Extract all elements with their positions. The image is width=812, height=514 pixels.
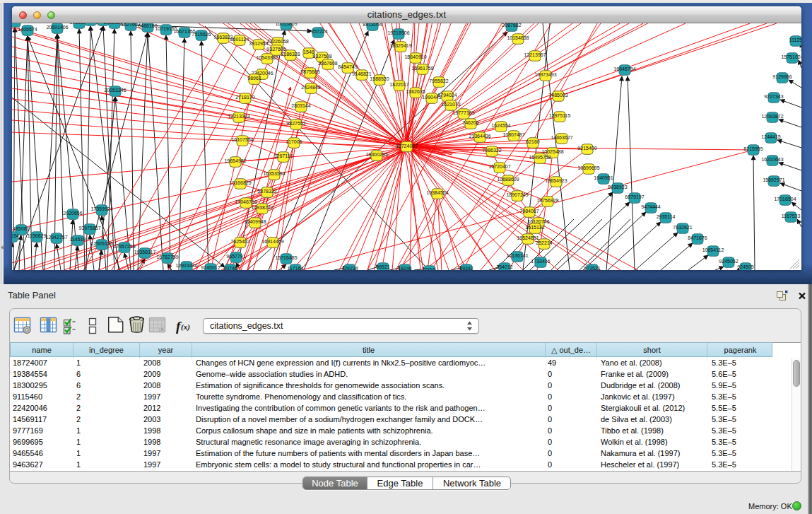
svg-text:1362635: 1362635 xyxy=(406,89,425,94)
svg-text:9245052: 9245052 xyxy=(719,259,738,264)
svg-text:16961758: 16961758 xyxy=(411,66,433,71)
svg-text:117164: 117164 xyxy=(288,266,304,270)
svg-text:79756928: 79756928 xyxy=(536,198,558,203)
svg-text:19218506: 19218506 xyxy=(387,30,409,35)
svg-text:18300295: 18300295 xyxy=(365,152,387,157)
svg-text:7515526: 7515526 xyxy=(192,32,211,37)
svg-text:18907249: 18907249 xyxy=(506,192,528,197)
svg-text:10807487: 10807487 xyxy=(502,132,524,137)
svg-text:7357224: 7357224 xyxy=(308,29,327,34)
svg-text:17359924: 17359924 xyxy=(90,206,112,211)
svg-text:114519: 114519 xyxy=(70,237,86,242)
svg-text:9327505: 9327505 xyxy=(266,47,286,52)
svg-text:9827552: 9827552 xyxy=(286,121,305,126)
svg-text:1640951: 1640951 xyxy=(594,175,613,180)
svg-text:10688609: 10688609 xyxy=(497,177,519,182)
svg-text:15692971: 15692971 xyxy=(763,177,784,182)
svg-text:12505135: 12505135 xyxy=(90,241,112,246)
svg-text:7632621: 7632621 xyxy=(673,225,692,230)
svg-text:15751024: 15751024 xyxy=(781,54,801,59)
svg-text:12093872: 12093872 xyxy=(761,114,783,119)
svg-text:2935114: 2935114 xyxy=(657,214,676,219)
svg-text:20746: 20746 xyxy=(223,266,237,270)
svg-text:1156829: 1156829 xyxy=(28,233,47,238)
svg-text:18325419: 18325419 xyxy=(389,43,411,48)
svg-text:1588520: 1588520 xyxy=(370,76,389,81)
svg-text:19166825: 19166825 xyxy=(229,180,251,185)
svg-text:93975857: 93975857 xyxy=(78,226,100,230)
svg-text:7216: 7216 xyxy=(424,267,435,270)
svg-text:185081: 185081 xyxy=(13,226,29,231)
svg-text:96521: 96521 xyxy=(376,264,390,269)
svg-text:15495758: 15495758 xyxy=(529,155,551,160)
svg-text:10154838: 10154838 xyxy=(507,35,529,40)
svg-text:39154: 39154 xyxy=(12,233,19,238)
svg-text:12923446: 12923446 xyxy=(175,263,197,268)
svg-text:6879197: 6879197 xyxy=(625,194,644,199)
svg-text:10543362: 10543362 xyxy=(256,55,278,60)
svg-text:924505: 924505 xyxy=(737,264,753,269)
svg-text:16353594: 16353594 xyxy=(263,171,285,176)
svg-text:16409948: 16409948 xyxy=(244,219,266,224)
svg-text:3267110: 3267110 xyxy=(274,153,293,158)
svg-text:12213967: 12213967 xyxy=(524,52,546,57)
svg-text:746206: 746206 xyxy=(462,120,478,125)
svg-text:1822017: 1822017 xyxy=(389,82,408,87)
svg-text:9327508: 9327508 xyxy=(312,54,331,59)
svg-text:7986322: 7986322 xyxy=(482,148,501,153)
svg-text:18640910: 18640910 xyxy=(404,54,426,59)
svg-text:3912954: 3912954 xyxy=(249,41,268,46)
svg-text:9146821: 9146821 xyxy=(352,71,371,76)
svg-text:1733416: 1733416 xyxy=(531,259,550,264)
svg-text:8601124: 8601124 xyxy=(230,37,249,42)
svg-text:18246: 18246 xyxy=(398,266,412,270)
svg-text:16648794: 16648794 xyxy=(613,66,635,71)
svg-text:15720407: 15720407 xyxy=(488,164,510,169)
svg-text:9245012: 9245012 xyxy=(201,265,220,270)
svg-text:98961: 98961 xyxy=(247,76,261,81)
svg-text:16107554: 16107554 xyxy=(231,137,253,142)
svg-text:2424848: 2424848 xyxy=(301,85,320,90)
svg-text:16914479: 16914479 xyxy=(261,239,283,244)
svg-text:2367608: 2367608 xyxy=(318,61,337,66)
svg-text:2087682: 2087682 xyxy=(502,23,521,28)
svg-text:16033809: 16033809 xyxy=(275,23,297,26)
svg-text:117006: 117006 xyxy=(286,139,302,144)
svg-text:16782759: 16782759 xyxy=(156,255,178,259)
svg-text:12213303: 12213303 xyxy=(228,114,249,119)
svg-text:10699695: 10699695 xyxy=(577,165,599,170)
svg-text:19384554: 19384554 xyxy=(426,190,448,195)
svg-text:9657791: 9657791 xyxy=(226,254,245,259)
svg-text:2803144: 2803144 xyxy=(291,103,310,108)
svg-text:19654982: 19654982 xyxy=(224,158,246,163)
svg-text:8938923: 8938923 xyxy=(608,185,627,189)
svg-text:17957255: 17957255 xyxy=(113,244,135,249)
svg-text:7984067: 7984067 xyxy=(519,209,539,214)
svg-text:8215955: 8215955 xyxy=(743,146,763,151)
svg-text:8454749: 8454749 xyxy=(338,64,357,69)
svg-text:15716485: 15716485 xyxy=(275,255,297,260)
svg-text:21364436: 21364436 xyxy=(469,134,490,139)
svg-text:19358117: 19358117 xyxy=(134,250,156,255)
svg-text:14463627: 14463627 xyxy=(551,135,572,140)
svg-text:8813054: 8813054 xyxy=(363,23,382,27)
svg-text:16210643: 16210643 xyxy=(761,157,783,162)
svg-text:1405574: 1405574 xyxy=(18,27,37,32)
svg-text:(x): (x) xyxy=(181,322,190,332)
svg-text:20053346: 20053346 xyxy=(104,88,126,93)
svg-text:2718170: 2718170 xyxy=(235,95,254,100)
svg-text:12975115: 12975115 xyxy=(549,113,571,118)
svg-text:9227343: 9227343 xyxy=(764,94,783,99)
svg-text:9474444: 9474444 xyxy=(641,204,660,209)
svg-text:20691406: 20691406 xyxy=(46,25,68,30)
svg-text:8186328: 8186328 xyxy=(281,52,300,57)
svg-text:129234: 129234 xyxy=(341,266,358,270)
svg-text:1167533: 1167533 xyxy=(782,214,801,218)
svg-text:19654923: 19654923 xyxy=(545,178,567,183)
svg-text:18724007: 18724007 xyxy=(396,144,418,148)
svg-text:1624554: 1624554 xyxy=(491,123,510,128)
svg-text:62160: 62160 xyxy=(526,139,540,144)
svg-text:1244415: 1244415 xyxy=(761,134,780,139)
svg-text:10973493: 10973493 xyxy=(534,72,556,77)
svg-text:7955822: 7955822 xyxy=(429,78,448,83)
